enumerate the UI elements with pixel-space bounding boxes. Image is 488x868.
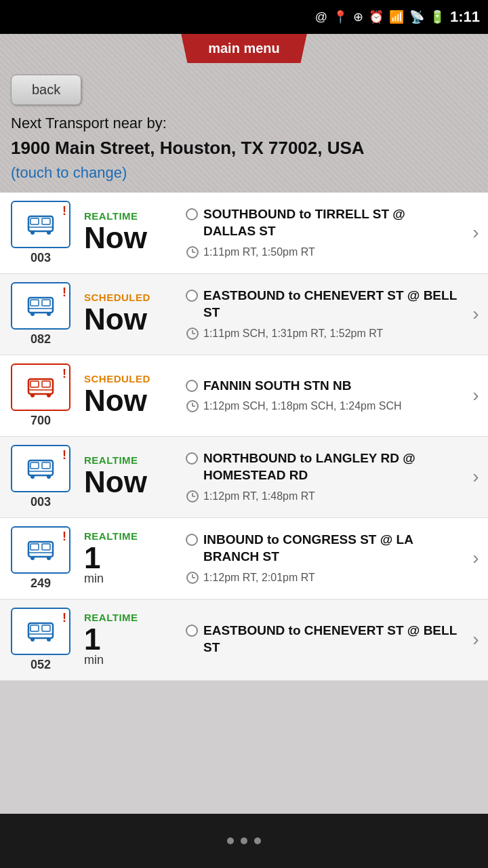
touch-change-label[interactable]: (touch to change) [11, 164, 477, 182]
exclamation-icon: ! [62, 612, 66, 624]
schedule-type-label: REALTIME [84, 454, 174, 466]
time-display: Now [84, 466, 174, 498]
svg-point-5 [47, 231, 51, 235]
schedule-type-label: SCHEDULED [84, 292, 174, 303]
chevron-col: › [464, 599, 488, 680]
bottom-navigation [0, 814, 488, 868]
svg-point-41 [47, 556, 51, 560]
clock-icon [186, 327, 199, 340]
time-display: Now [84, 303, 174, 336]
route-times: 1:11pm SCH, 1:31pm RT, 1:52pm RT [186, 327, 458, 340]
destination-text: EASTBOUND to CHENEVERT ST @ BELL ST [203, 288, 458, 321]
bus-col: ! 700 [0, 355, 81, 436]
location-dot-icon [186, 380, 198, 392]
bus-col: ! 249 [0, 518, 81, 599]
transport-item[interactable]: ! 052 REALTIME 1 min EASTBOUN [0, 599, 488, 681]
location-dot-icon [186, 625, 198, 637]
exclamation-icon: ! [62, 449, 66, 461]
location-dot-icon [186, 208, 198, 220]
nav-dot-2 [241, 837, 247, 844]
route-destination: FANNIN SOUTH STN NB [186, 378, 458, 395]
route-destination: EASTBOUND to CHENEVERT ST @ BELL ST [186, 623, 458, 656]
transport-item[interactable]: ! 700 SCHEDULED Now FANNIN S [0, 355, 488, 437]
nearby-title: Next Transport near by: [11, 113, 477, 134]
route-col: EASTBOUND to CHENEVERT ST @ BELL ST [176, 599, 464, 680]
chevron-col: › [464, 274, 488, 355]
schedule-type-label: REALTIME [84, 612, 174, 623]
transport-item[interactable]: ! 082 SCHEDULED Now EASTBOUN [0, 274, 488, 355]
transport-item[interactable]: ! 003 REALTIME Now NORTHBOUN [0, 437, 488, 518]
destination-text: INBOUND to CONGRESS ST @ LA BRANCH ST [203, 532, 458, 565]
route-time-text: 1:11pm RT, 1:50pm RT [203, 246, 315, 258]
bus-icon [27, 540, 54, 560]
time-col: SCHEDULED Now [81, 355, 176, 436]
exclamation-icon: ! [62, 530, 66, 542]
svg-point-14 [47, 312, 51, 316]
svg-point-49 [30, 637, 35, 642]
route-times: 1:12pm RT, 1:48pm RT [186, 490, 458, 503]
transport-item[interactable]: ! 249 REALTIME 1 min INBOUND [0, 518, 488, 599]
bus-col: ! 003 [0, 437, 81, 517]
schedule-type-label: REALTIME [84, 210, 174, 222]
alarm-icon: ⏰ [369, 9, 384, 24]
svg-rect-1 [30, 218, 39, 224]
bus-col: ! 003 [0, 193, 81, 273]
bus-icon-box: ! [11, 445, 70, 492]
bus-icon-box: ! [11, 201, 70, 248]
bus-number: 249 [30, 576, 51, 591]
bus-icon [27, 458, 54, 479]
svg-rect-11 [42, 300, 50, 306]
status-bar: @ 📍 ⊕ ⏰ 📶 📡 🔋 1:11 [0, 0, 488, 34]
at-icon: @ [315, 10, 327, 24]
svg-rect-37 [30, 544, 39, 550]
exclamation-icon: ! [62, 286, 66, 298]
chevron-right-icon: › [472, 303, 479, 325]
route-col: EASTBOUND to CHENEVERT ST @ BELL ST 1:11… [176, 274, 464, 355]
svg-point-22 [30, 393, 35, 397]
route-col: INBOUND to CONGRESS ST @ LA BRANCH ST 1:… [176, 518, 464, 599]
bus-icon-box: ! [11, 526, 70, 574]
time-col: REALTIME 1 min [81, 518, 176, 599]
transport-item[interactable]: ! 003 REALTIME Now SOUTHBOUN [0, 193, 488, 274]
clock-icon [186, 571, 199, 585]
location-icon: 📍 [333, 9, 348, 24]
svg-rect-20 [42, 381, 50, 387]
wifi-icon: 📶 [389, 9, 404, 24]
svg-rect-2 [42, 218, 50, 224]
route-time-text: 1:12pm RT, 2:01pm RT [203, 572, 315, 584]
bus-number: 082 [30, 332, 51, 347]
header: main menu back Next Transport near by: 1… [0, 34, 488, 193]
chevron-col: › [464, 355, 488, 436]
bus-number: 700 [30, 414, 51, 428]
clock-icon [186, 490, 199, 503]
route-col: SOUTHBOUND to TIRRELL ST @ DALLAS ST 1:1… [176, 193, 464, 273]
transport-list: ! 003 REALTIME Now SOUTHBOUN [0, 193, 488, 681]
svg-point-32 [47, 475, 51, 479]
exclamation-icon: ! [62, 205, 66, 217]
time-col: SCHEDULED Now [81, 274, 176, 355]
route-destination: INBOUND to CONGRESS ST @ LA BRANCH ST [186, 532, 458, 565]
route-times: 1:12pm RT, 2:01pm RT [186, 571, 458, 585]
chevron-col: › [464, 518, 488, 599]
exclamation-icon: ! [62, 368, 66, 380]
svg-rect-10 [30, 300, 39, 306]
location-address: 1900 Main Street, Houston, TX 77002, USA [11, 137, 477, 160]
chevron-col: › [464, 193, 488, 273]
signal-icon: 📡 [409, 9, 424, 24]
svg-rect-28 [30, 462, 39, 469]
chevron-col: › [464, 437, 488, 517]
schedule-type-label: REALTIME [84, 530, 174, 542]
bus-col: ! 052 [0, 599, 81, 680]
route-destination: NORTHBOUND to LANGLEY RD @ HOMESTEAD RD [186, 450, 458, 484]
route-destination: SOUTHBOUND to TIRRELL ST @ DALLAS ST [186, 206, 458, 239]
svg-point-40 [30, 556, 35, 560]
back-button[interactable]: back [11, 75, 81, 105]
main-menu-banner[interactable]: main menu [181, 34, 307, 63]
svg-point-4 [30, 231, 35, 235]
destination-text: EASTBOUND to CHENEVERT ST @ BELL ST [203, 623, 458, 656]
chevron-right-icon: › [472, 466, 479, 488]
route-time-text: 1:11pm SCH, 1:31pm RT, 1:52pm RT [203, 328, 383, 340]
bluetooth-icon: ⊕ [353, 9, 363, 24]
bus-number: 003 [30, 495, 51, 509]
chevron-right-icon: › [472, 222, 479, 243]
